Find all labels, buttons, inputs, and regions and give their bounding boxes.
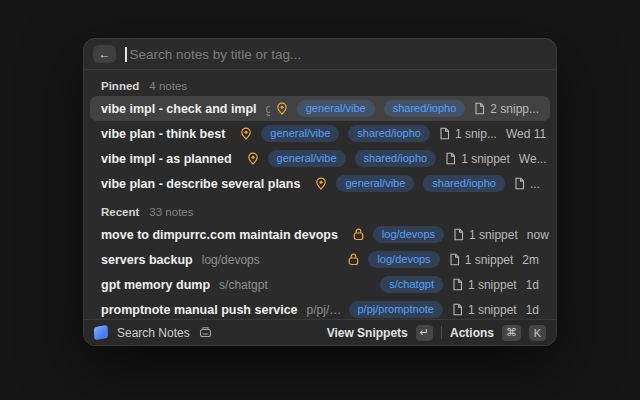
tag-badge: general/vibe	[336, 175, 414, 192]
note-accessories: general/vibeshared/iopho 2 snipp...	[276, 100, 539, 117]
note-row[interactable]: vibe impl - as planned general/vibe, sha…	[90, 146, 550, 171]
footer: Search Notes View Snippets ↵ Actions ⌘ K	[84, 319, 556, 345]
note-subtitle: general/vibe, shared/iopho	[266, 102, 270, 116]
snippet-icon	[445, 152, 456, 165]
note-row[interactable]: vibe plan - think best general/vibe, sha…	[90, 121, 550, 146]
note-date: 2m	[522, 253, 539, 267]
note-title: vibe impl - check and impl	[101, 102, 257, 116]
note-subtitle: p/pj/promptnote	[307, 303, 343, 317]
note-row[interactable]: gpt memory dump s/chatgpt s/chatgpt 1 sn…	[90, 272, 550, 297]
search-bar: ←	[84, 39, 556, 70]
tag-badge: general/vibe	[268, 150, 346, 167]
pin-icon	[247, 152, 259, 165]
note-accessories: log/devops 1 snippet 2m	[348, 251, 539, 268]
snippet-meta: ...	[514, 177, 540, 191]
note-title: vibe plan - think best	[101, 127, 225, 141]
note-accessories: general/vibeshared/iopho ...	[315, 175, 540, 192]
snippet-icon	[452, 278, 463, 291]
tag-badge: p/pj/promptnote	[349, 301, 443, 318]
snippet-meta: 1 snippet	[452, 303, 517, 317]
notes-list: Pinned 4 notesvibe impl - check and impl…	[84, 70, 556, 319]
pin-icon	[315, 177, 327, 190]
note-subtitle: log/devops	[202, 253, 260, 267]
note-accessories: general/vibeshared/iopho 1 snip... Wed 1…	[240, 125, 546, 142]
actions-button[interactable]: Actions	[450, 326, 494, 340]
enter-keycap[interactable]: ↵	[416, 325, 433, 341]
note-row[interactable]: promptnote manual push service p/pj/prom…	[90, 297, 550, 319]
printer-icon	[199, 326, 212, 339]
snippet-meta: 1 snippet	[453, 228, 518, 242]
k-keycap[interactable]: K	[529, 325, 546, 341]
snippet-meta: 2 snipp...	[474, 102, 539, 116]
note-title: promptnote manual push service	[101, 303, 298, 317]
section-count: 4 notes	[149, 80, 187, 92]
snippet-icon	[439, 127, 450, 140]
section-label: Recent	[101, 206, 139, 218]
note-date: Wed 11	[506, 127, 546, 141]
launcher-panel: ← Pinned 4 notesvibe impl - check and im…	[83, 38, 557, 346]
tag-badge: shared/iopho	[423, 175, 505, 192]
note-title: gpt memory dump	[101, 278, 210, 292]
pin-icon	[240, 127, 252, 140]
footer-divider	[441, 326, 442, 339]
snippet-meta: 1 snippet	[449, 253, 514, 267]
tag-badge: general/vibe	[297, 100, 375, 117]
section-header-recent: Recent 33 notes	[84, 196, 556, 222]
note-row[interactable]: vibe plan - describe several plans gener…	[90, 171, 550, 196]
back-button[interactable]: ←	[93, 45, 116, 63]
view-snippets-button[interactable]: View Snippets	[327, 326, 408, 340]
tag-badge: general/vibe	[261, 125, 339, 142]
snippet-icon	[474, 102, 485, 115]
snippet-icon	[452, 303, 463, 316]
note-subtitle: s/chatgpt	[219, 278, 268, 292]
snippet-icon	[453, 228, 464, 241]
note-date: We...	[519, 152, 547, 166]
note-accessories: general/vibeshared/iopho 1 snippet We...	[247, 150, 547, 167]
note-date: now	[527, 228, 549, 242]
snippet-count: 1 snippet	[469, 228, 518, 242]
snippet-count: 1 snippet	[461, 152, 510, 166]
note-title: servers backup	[101, 253, 193, 267]
tag-badge: log/devops	[368, 251, 439, 268]
snippet-icon	[514, 177, 525, 190]
tag-badge: shared/iopho	[384, 100, 466, 117]
pin-icon	[276, 102, 288, 115]
note-accessories: p/pj/promptnote 1 snippet 1d	[349, 301, 540, 318]
extension-name: Search Notes	[117, 326, 190, 340]
snippet-meta: 1 snippet	[445, 152, 510, 166]
note-accessories: s/chatgpt 1 snippet 1d	[380, 276, 539, 293]
snippet-meta: 1 snip...	[439, 127, 497, 141]
snippet-count: 1 snip...	[455, 127, 497, 141]
note-date: 1d	[526, 303, 539, 317]
tag-badge: shared/iopho	[348, 125, 430, 142]
note-accessories: log/devops 1 snippet now	[353, 226, 549, 243]
note-row[interactable]: vibe impl - check and impl general/vibe,…	[90, 96, 550, 121]
section-header-pinned: Pinned 4 notes	[84, 70, 556, 96]
section-label: Pinned	[101, 80, 139, 92]
note-date: 1d	[526, 278, 539, 292]
note-title: vibe plan - describe several plans	[101, 177, 300, 191]
extension-note-icon	[94, 325, 108, 341]
note-row[interactable]: servers backup log/devops log/devops 1 s…	[90, 247, 550, 272]
note-row[interactable]: move to dimpurrc.com maintain devops log…	[90, 222, 550, 247]
cmd-keycap[interactable]: ⌘	[502, 325, 521, 341]
section-count: 33 notes	[149, 206, 193, 218]
snippet-count: 1 snippet	[465, 253, 514, 267]
note-title: move to dimpurrc.com maintain devops	[101, 228, 338, 242]
snippet-count: 1 snippet	[468, 278, 517, 292]
snippet-count: 1 snippet	[468, 303, 517, 317]
tag-badge: shared/iopho	[355, 150, 437, 167]
snippet-count: ...	[530, 177, 540, 191]
note-title: vibe impl - as planned	[101, 152, 232, 166]
lock-icon	[353, 228, 364, 241]
text-caret	[125, 47, 127, 62]
snippet-count: 2 snipp...	[490, 102, 539, 116]
snippet-icon	[449, 253, 460, 266]
snippet-meta: 1 snippet	[452, 278, 517, 292]
tag-badge: log/devops	[373, 226, 444, 243]
search-input[interactable]	[130, 47, 548, 62]
lock-icon	[348, 253, 359, 266]
tag-badge: s/chatgpt	[380, 276, 443, 293]
footer-actions: View Snippets ↵ Actions ⌘ K	[327, 325, 546, 341]
